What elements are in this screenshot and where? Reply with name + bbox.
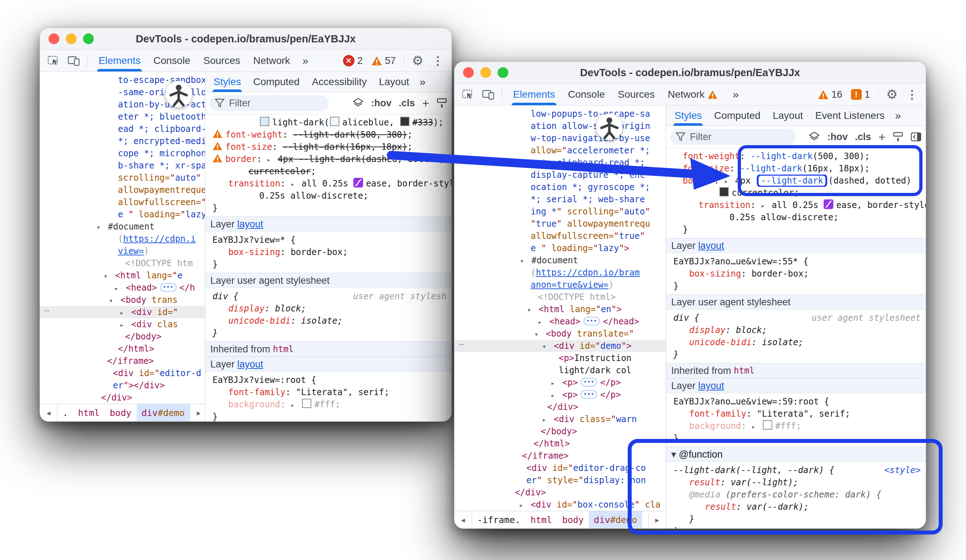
dom-row[interactable]: view=) xyxy=(40,245,205,257)
stylesheet-source-link[interactable]: <style> xyxy=(884,464,921,476)
dom-row[interactable]: er" style="display: non xyxy=(454,474,666,486)
style-declaration[interactable]: result: var(--light); xyxy=(666,476,926,488)
close-button[interactable] xyxy=(463,67,474,78)
dom-row[interactable]: a *; clipboard-read *; xyxy=(454,157,666,169)
tab-layout[interactable]: Layout xyxy=(766,106,809,126)
dom-row[interactable]: b-share *; xr-spa xyxy=(40,159,205,172)
dom-row[interactable]: "true" allowpaymentrequ xyxy=(454,218,666,230)
dom-row[interactable]: ▸<head>•••</head> xyxy=(454,315,666,327)
exp-segment[interactable]: ▾ xyxy=(109,294,120,306)
dom-row[interactable]: ▾#document xyxy=(40,221,205,233)
more-tabs-chevron[interactable]: » xyxy=(298,55,312,67)
dom-row[interactable]: </iframe> xyxy=(40,355,205,367)
color-swatch[interactable] xyxy=(400,117,409,126)
element-classes-button[interactable]: .cls xyxy=(399,98,415,109)
dom-row[interactable]: </iframe> xyxy=(454,450,666,462)
style-declaration[interactable]: light-dark(aliceblue, #333); xyxy=(205,116,452,129)
style-declaration[interactable]: box-sizing: border-box; xyxy=(666,268,926,280)
dom-row[interactable]: light/dark col xyxy=(454,364,666,377)
style-declaration[interactable]: box-sizing: border-box; xyxy=(205,246,452,258)
easing-swatch-icon[interactable] xyxy=(824,199,833,209)
dom-row[interactable]: </html> xyxy=(40,343,205,355)
color-swatch[interactable] xyxy=(330,117,339,126)
dom-row[interactable]: ▾<html lang="e xyxy=(40,269,205,282)
tri-segment[interactable]: ▸ xyxy=(267,154,278,165)
dom-row[interactable]: e " loading="lazy xyxy=(40,208,205,221)
breadcrumb-right-button[interactable]: ▶ xyxy=(190,404,205,421)
style-declaration[interactable]: EaYBJJx?view=:root { xyxy=(205,374,452,386)
warning-badge[interactable]: 57 xyxy=(371,55,396,66)
style-declaration[interactable]: display: block; xyxy=(666,324,926,336)
style-declaration[interactable]: } xyxy=(666,223,926,236)
more-tabs-chevron[interactable]: » xyxy=(415,76,429,88)
style-declaration[interactable]: @media (prefers-color-scheme: dark) { xyxy=(666,488,926,501)
dom-row[interactable]: display-capture *; enc xyxy=(454,169,666,181)
tab-elements[interactable]: Elements xyxy=(506,84,562,105)
style-declaration[interactable]: background: ▸#fff; xyxy=(666,420,926,432)
style-declaration[interactable]: EaYBJJx?view=* { xyxy=(205,234,452,246)
style-declaration[interactable]: } xyxy=(666,525,926,528)
tab-network[interactable]: Network xyxy=(246,50,297,72)
dom-row[interactable]: ▸<div class="warn xyxy=(454,413,666,425)
link-segment[interactable]: https://cdpn.i xyxy=(123,234,196,244)
tri-segment[interactable]: ▸ xyxy=(291,399,301,411)
tab-console[interactable]: Console xyxy=(562,84,611,105)
maximize-button[interactable] xyxy=(83,33,94,44)
style-declaration[interactable]: font-size: --light-dark(16px, 18px); xyxy=(205,141,452,153)
dom-row[interactable]: </body> xyxy=(454,425,666,437)
minimize-button[interactable] xyxy=(66,33,77,44)
style-declaration[interactable]: } xyxy=(666,280,926,292)
style-declaration[interactable]: } xyxy=(205,327,452,339)
style-declaration[interactable]: transition: ▸all 0.25s ease, border-styl… xyxy=(205,177,452,190)
tab-layout[interactable]: Layout xyxy=(373,72,415,92)
link-segment[interactable]: https://cdpn.io/bram xyxy=(536,268,639,278)
breadcrumb-left-button[interactable]: ◀ xyxy=(40,404,58,421)
layers-icon[interactable] xyxy=(808,131,820,142)
issues-badge[interactable]: ! 1 xyxy=(851,89,870,100)
breadcrumb-item[interactable]: body xyxy=(105,404,136,421)
exp-segment[interactable]: ▾ xyxy=(96,221,108,233)
style-declaration[interactable]: font-size: --light-dark(16px, 18px); xyxy=(666,162,926,175)
dom-row[interactable]: ▸<p>•••</p> xyxy=(454,377,666,389)
dom-row[interactable]: scrolling="auto" xyxy=(40,172,205,184)
rendering-brush-icon[interactable] xyxy=(437,98,447,108)
exp-segment[interactable]: ▸ xyxy=(519,499,531,511)
layers-icon[interactable] xyxy=(352,98,364,108)
dom-row[interactable]: <p>Instruction xyxy=(454,352,666,364)
element-classes-button[interactable]: .cls xyxy=(855,131,871,142)
fnbox-segment[interactable]: --light-dark xyxy=(757,175,827,187)
exp-segment[interactable]: ▸ xyxy=(542,413,554,425)
exp-segment[interactable]: ▾ xyxy=(534,328,546,340)
more-tabs-chevron[interactable]: » xyxy=(728,88,743,101)
style-declaration[interactable]: EaYBJJx?ano…ue&view=:59:root { xyxy=(666,395,926,408)
dom-row[interactable]: (https://cdpn.i xyxy=(40,233,205,245)
exp-segment[interactable]: ▾ xyxy=(542,340,554,352)
dom-row[interactable]: <div id="editor-d xyxy=(40,367,205,379)
more-tabs-chevron[interactable]: » xyxy=(891,110,905,122)
close-button[interactable] xyxy=(49,33,59,44)
inspect-icon[interactable] xyxy=(44,52,63,69)
dom-row[interactable]: ▾<body translate=" xyxy=(454,327,666,340)
row-actions-dots[interactable]: ⋯ xyxy=(459,338,465,350)
warning-badge[interactable]: 16 xyxy=(818,89,842,100)
dom-row[interactable]: ead *; clipboard- xyxy=(40,123,205,135)
fn-segment[interactable]: --light-dark xyxy=(750,151,813,161)
style-declaration[interactable]: } xyxy=(205,411,452,421)
dom-row[interactable]: </html> xyxy=(454,437,666,450)
style-declaration[interactable]: user agent styleshdiv { xyxy=(205,290,452,303)
style-declaration[interactable]: font-family: "Literata", serif; xyxy=(666,408,926,420)
breadcrumb-item[interactable]: html xyxy=(525,511,557,528)
dom-row[interactable]: </div> xyxy=(454,486,666,499)
dom-row[interactable]: er"></div> xyxy=(40,379,205,391)
tab-sources[interactable]: Sources xyxy=(197,50,246,72)
dom-row[interactable]: ▾<body trans xyxy=(40,294,205,306)
dom-row[interactable]: allowpaymentreque xyxy=(40,184,205,196)
style-declaration[interactable]: <style>--light-dark(--light, --dark) { xyxy=(666,464,926,476)
dom-row[interactable]: allowfullscreen=" xyxy=(40,196,205,208)
style-declaration[interactable]: background: ▸#fff; xyxy=(205,398,452,411)
color-swatch[interactable] xyxy=(302,399,311,408)
kebab-menu-icon[interactable]: ⋮ xyxy=(903,88,922,101)
exp-segment[interactable]: ▸ xyxy=(538,316,549,327)
device-toolbar-icon[interactable] xyxy=(64,52,83,69)
dom-row[interactable]: (https://cdpn.io/bram xyxy=(454,267,666,279)
